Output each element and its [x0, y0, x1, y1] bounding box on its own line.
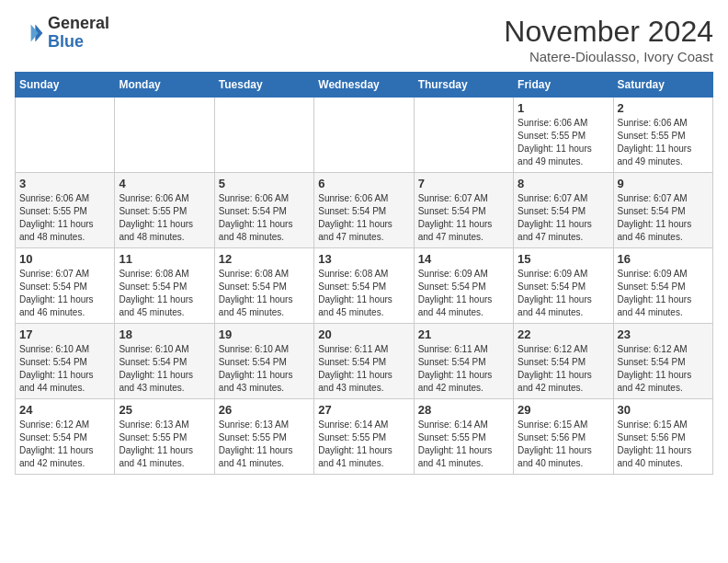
day-info: Sunrise: 6:12 AM Sunset: 5:54 PM Dayligh… — [618, 343, 709, 395]
day-number: 9 — [618, 177, 709, 190]
logo-text: General Blue — [48, 15, 109, 52]
day-info: Sunrise: 6:10 AM Sunset: 5:54 PM Dayligh… — [219, 343, 310, 395]
day-number: 18 — [119, 327, 210, 341]
day-info: Sunrise: 6:08 AM Sunset: 5:54 PM Dayligh… — [219, 268, 310, 319]
day-cell: 15Sunrise: 6:09 AM Sunset: 5:54 PM Dayli… — [514, 248, 613, 324]
day-cell — [314, 98, 414, 173]
day-info: Sunrise: 6:10 AM Sunset: 5:54 PM Dayligh… — [119, 343, 210, 395]
day-number: 25 — [119, 403, 210, 417]
day-number: 5 — [219, 177, 310, 190]
weekday-header-monday: Monday — [115, 73, 214, 98]
logo-general-text: General — [48, 14, 109, 32]
day-info: Sunrise: 6:12 AM Sunset: 5:54 PM Dayligh… — [518, 343, 609, 395]
day-cell: 10Sunrise: 6:07 AM Sunset: 5:54 PM Dayli… — [16, 248, 115, 324]
day-cell: 30Sunrise: 6:15 AM Sunset: 5:56 PM Dayli… — [613, 399, 712, 475]
day-info: Sunrise: 6:07 AM Sunset: 5:54 PM Dayligh… — [618, 192, 709, 244]
weekday-header-thursday: Thursday — [414, 73, 513, 98]
day-cell: 4Sunrise: 6:06 AM Sunset: 5:55 PM Daylig… — [115, 173, 214, 248]
day-info: Sunrise: 6:08 AM Sunset: 5:54 PM Dayligh… — [119, 268, 210, 319]
day-number: 23 — [618, 327, 709, 341]
day-cell: 24Sunrise: 6:12 AM Sunset: 5:54 PM Dayli… — [16, 399, 115, 475]
weekday-header-saturday: Saturday — [613, 73, 712, 98]
day-info: Sunrise: 6:14 AM Sunset: 5:55 PM Dayligh… — [418, 419, 509, 470]
day-cell: 28Sunrise: 6:14 AM Sunset: 5:55 PM Dayli… — [414, 399, 513, 475]
day-info: Sunrise: 6:09 AM Sunset: 5:54 PM Dayligh… — [418, 268, 509, 319]
weekday-header-tuesday: Tuesday — [214, 73, 313, 98]
day-number: 22 — [518, 327, 609, 341]
location: Natere-Dioulasso, Ivory Coast — [504, 49, 713, 64]
day-info: Sunrise: 6:15 AM Sunset: 5:56 PM Dayligh… — [618, 419, 709, 470]
day-info: Sunrise: 6:07 AM Sunset: 5:54 PM Dayligh… — [518, 192, 609, 244]
day-info: Sunrise: 6:13 AM Sunset: 5:55 PM Dayligh… — [219, 419, 310, 470]
title-block: November 2024 Natere-Dioulasso, Ivory Co… — [504, 15, 713, 64]
day-cell: 12Sunrise: 6:08 AM Sunset: 5:54 PM Dayli… — [214, 248, 313, 324]
day-number: 11 — [119, 252, 210, 266]
day-cell: 18Sunrise: 6:10 AM Sunset: 5:54 PM Dayli… — [115, 324, 214, 399]
day-cell: 1Sunrise: 6:06 AM Sunset: 5:55 PM Daylig… — [514, 98, 613, 173]
day-number: 3 — [19, 177, 110, 190]
day-cell: 19Sunrise: 6:10 AM Sunset: 5:54 PM Dayli… — [214, 324, 313, 399]
day-number: 6 — [318, 177, 409, 190]
day-cell: 5Sunrise: 6:06 AM Sunset: 5:54 PM Daylig… — [214, 173, 313, 248]
day-number: 27 — [318, 403, 409, 417]
day-info: Sunrise: 6:13 AM Sunset: 5:55 PM Dayligh… — [119, 419, 210, 470]
day-cell: 2Sunrise: 6:06 AM Sunset: 5:55 PM Daylig… — [613, 98, 712, 173]
day-cell — [214, 98, 313, 173]
day-number: 7 — [418, 177, 509, 190]
week-row-4: 17Sunrise: 6:10 AM Sunset: 5:54 PM Dayli… — [16, 324, 713, 399]
day-cell: 8Sunrise: 6:07 AM Sunset: 5:54 PM Daylig… — [514, 173, 613, 248]
weekday-header-friday: Friday — [514, 73, 613, 98]
day-cell — [115, 98, 214, 173]
weekday-header-row: SundayMondayTuesdayWednesdayThursdayFrid… — [16, 73, 713, 98]
day-info: Sunrise: 6:06 AM Sunset: 5:54 PM Dayligh… — [318, 192, 409, 244]
day-info: Sunrise: 6:09 AM Sunset: 5:54 PM Dayligh… — [618, 268, 709, 319]
day-cell: 6Sunrise: 6:06 AM Sunset: 5:54 PM Daylig… — [314, 173, 414, 248]
day-number: 14 — [418, 252, 509, 266]
day-info: Sunrise: 6:07 AM Sunset: 5:54 PM Dayligh… — [418, 192, 509, 244]
day-cell: 17Sunrise: 6:10 AM Sunset: 5:54 PM Dayli… — [16, 324, 115, 399]
day-info: Sunrise: 6:06 AM Sunset: 5:55 PM Dayligh… — [518, 117, 609, 168]
day-cell: 14Sunrise: 6:09 AM Sunset: 5:54 PM Dayli… — [414, 248, 513, 324]
day-info: Sunrise: 6:06 AM Sunset: 5:55 PM Dayligh… — [119, 192, 210, 244]
day-number: 21 — [418, 327, 509, 341]
day-number: 4 — [119, 177, 210, 190]
week-row-5: 24Sunrise: 6:12 AM Sunset: 5:54 PM Dayli… — [16, 399, 713, 475]
day-cell: 26Sunrise: 6:13 AM Sunset: 5:55 PM Dayli… — [214, 399, 313, 475]
month-title: November 2024 — [504, 15, 713, 49]
week-row-3: 10Sunrise: 6:07 AM Sunset: 5:54 PM Dayli… — [16, 248, 713, 324]
day-number: 19 — [219, 327, 310, 341]
day-cell: 9Sunrise: 6:07 AM Sunset: 5:54 PM Daylig… — [613, 173, 712, 248]
logo: General Blue — [15, 15, 109, 52]
day-cell — [16, 98, 115, 173]
weekday-header-wednesday: Wednesday — [314, 73, 414, 98]
day-info: Sunrise: 6:12 AM Sunset: 5:54 PM Dayligh… — [19, 419, 110, 470]
day-number: 10 — [19, 252, 110, 266]
day-info: Sunrise: 6:15 AM Sunset: 5:56 PM Dayligh… — [518, 419, 609, 470]
day-number: 20 — [318, 327, 409, 341]
day-info: Sunrise: 6:06 AM Sunset: 5:55 PM Dayligh… — [19, 192, 110, 244]
day-number: 30 — [618, 403, 709, 417]
logo-blue-text: Blue — [48, 32, 84, 51]
day-number: 13 — [318, 252, 409, 266]
page-header: General Blue November 2024 Natere-Dioula… — [15, 15, 713, 64]
day-info: Sunrise: 6:11 AM Sunset: 5:54 PM Dayligh… — [318, 343, 409, 395]
day-info: Sunrise: 6:06 AM Sunset: 5:55 PM Dayligh… — [618, 117, 709, 168]
day-info: Sunrise: 6:07 AM Sunset: 5:54 PM Dayligh… — [19, 268, 110, 319]
day-number: 1 — [518, 101, 609, 115]
day-number: 28 — [418, 403, 509, 417]
day-info: Sunrise: 6:08 AM Sunset: 5:54 PM Dayligh… — [318, 268, 409, 319]
day-cell: 11Sunrise: 6:08 AM Sunset: 5:54 PM Dayli… — [115, 248, 214, 324]
day-cell: 29Sunrise: 6:15 AM Sunset: 5:56 PM Dayli… — [514, 399, 613, 475]
week-row-2: 3Sunrise: 6:06 AM Sunset: 5:55 PM Daylig… — [16, 173, 713, 248]
day-number: 29 — [518, 403, 609, 417]
day-cell: 25Sunrise: 6:13 AM Sunset: 5:55 PM Dayli… — [115, 399, 214, 475]
day-cell: 20Sunrise: 6:11 AM Sunset: 5:54 PM Dayli… — [314, 324, 414, 399]
day-number: 2 — [618, 101, 709, 115]
day-number: 8 — [518, 177, 609, 190]
day-number: 24 — [19, 403, 110, 417]
day-number: 17 — [19, 327, 110, 341]
day-number: 15 — [518, 252, 609, 266]
day-cell: 3Sunrise: 6:06 AM Sunset: 5:55 PM Daylig… — [16, 173, 115, 248]
day-cell — [414, 98, 513, 173]
day-cell: 21Sunrise: 6:11 AM Sunset: 5:54 PM Dayli… — [414, 324, 513, 399]
